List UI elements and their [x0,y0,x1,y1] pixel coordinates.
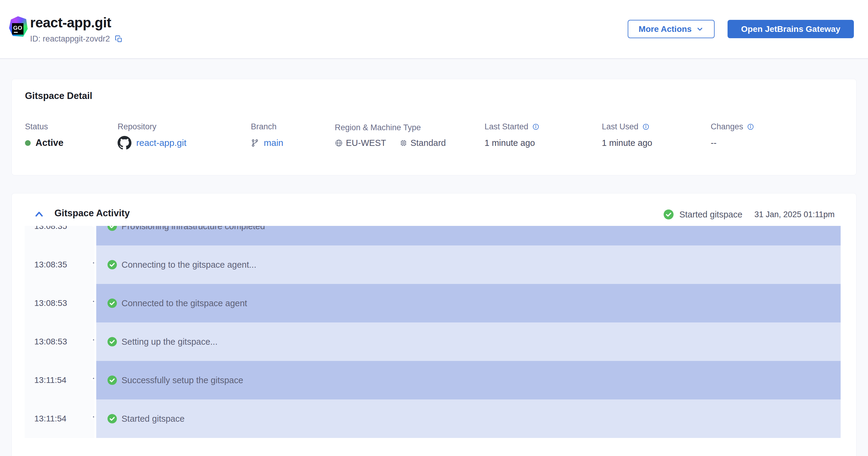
gitspace-activity-card: Gitspace Activity Started gitspace 31 Ja… [11,193,857,456]
last-started-label: Last Started [485,122,528,131]
log-row: 13:08:53 Setting up the gitspace... [25,323,841,361]
log-time: 13:08:35 [34,226,67,231]
check-circle-icon [107,260,117,270]
check-circle-icon [107,414,117,424]
info-icon[interactable] [532,123,539,130]
goland-logo-icon: GO [9,16,28,37]
log-time: 13:11:54 [34,375,66,385]
git-branch-icon [251,139,259,147]
changes-label: Changes [711,122,743,131]
branch-link[interactable]: main [264,138,283,148]
check-circle-icon [107,298,117,308]
goland-logo-mark: GO [12,23,24,35]
machine-type-icon [399,139,407,147]
log-row: 13:08:53 Connected to the gitspace agent [25,284,841,323]
header-actions: More Actions Open JetBrains Gateway [628,20,854,38]
log-row: 13:11:54 Started gitspace [25,399,841,438]
log-time: 13:11:54 [34,414,66,424]
log-row: 13:11:54 Successfully setup the gitspace [25,361,841,399]
last-used-label: Last Used [602,122,639,131]
activity-status-text: Started gitspace [679,210,743,220]
page-header: GO react-app.git ID: reactappgit-zovdr2 … [0,0,868,59]
chevron-down-icon [696,25,704,33]
status-active-dot [25,140,31,146]
gitspace-id-row: ID: reactappgit-zovdr2 [30,34,123,43]
gitspace-detail-card: Gitspace Detail Status Active Repository… [11,79,857,175]
timeline-dot [91,376,96,381]
info-icon[interactable] [747,123,754,130]
log-time: 13:08:35 [34,260,67,270]
check-circle-icon [107,226,117,231]
changes-value: -- [711,138,716,148]
log-message: Connected to the gitspace agent [122,298,247,308]
log-message: Connecting to the gitspace agent... [122,260,256,270]
status-label: Status [25,122,48,131]
last-started-value: 1 minute ago [485,138,535,148]
log-message: Started gitspace [122,414,185,424]
open-gateway-label: Open JetBrains Gateway [741,24,840,34]
log-message: Successfully setup the gitspace [122,375,243,385]
log-row: 13:08:35 Connecting to the gitspace agen… [25,245,841,284]
gitspace-id: ID: reactappgit-zovdr2 [30,34,110,43]
more-actions-label: More Actions [639,24,691,34]
globe-icon [335,139,343,147]
chevron-up-icon[interactable] [34,210,44,219]
repository-link[interactable]: react-app.git [136,138,186,148]
timeline-dot [91,337,96,342]
activity-card-title: Gitspace Activity [55,208,130,219]
timeline-dot [91,299,96,304]
repository-label: Repository [118,122,156,131]
region-value: EU-WEST [346,138,386,148]
timeline-dot [91,415,96,419]
log-message: Provisioning infrastructure completed [122,226,265,231]
log-time: 13:08:53 [34,298,67,308]
activity-status: Started gitspace 31 Jan, 2025 01:11pm [663,209,835,220]
detail-card-title: Gitspace Detail [25,91,92,101]
activity-date: 31 Jan, 2025 01:11pm [754,210,835,219]
more-actions-button[interactable]: More Actions [628,20,715,38]
open-jetbrains-gateway-button[interactable]: Open JetBrains Gateway [727,20,854,38]
activity-log-viewport[interactable]: 13:08:35 Provisioning infrastructure com… [25,226,841,438]
branch-label: Branch [251,122,277,131]
region-machine-label: Region & Machine Type [335,123,421,132]
log-message: Setting up the gitspace... [122,337,217,347]
info-icon[interactable] [642,123,650,130]
check-circle-icon [663,209,674,220]
timeline-dot [91,261,96,265]
log-time: 13:08:53 [34,337,67,346]
log-row: 13:08:35 Provisioning infrastructure com… [25,226,841,245]
check-circle-icon [107,337,117,347]
page-title: react-app.git [30,14,111,31]
activity-log-rows: 13:08:35 Provisioning infrastructure com… [25,226,841,438]
check-circle-icon [107,375,117,385]
machine-type-value: Standard [410,138,446,148]
copy-icon[interactable] [115,35,123,43]
status-value: Active [35,138,63,148]
last-used-value: 1 minute ago [602,138,652,148]
github-icon [118,136,131,150]
